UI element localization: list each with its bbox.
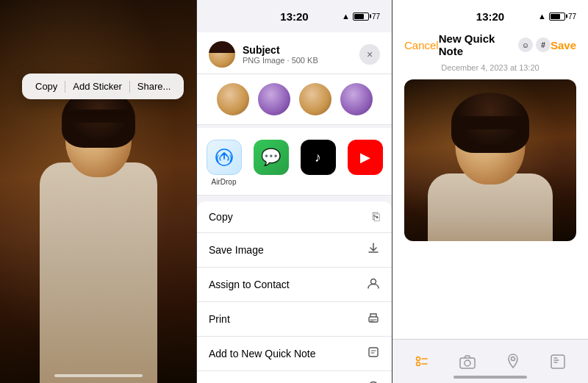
status-time: 13:20 <box>280 10 308 23</box>
sender-subtitle: PNG Image · 500 KB <box>243 56 352 65</box>
action-quick-note-label: Add to New Quick Note <box>209 348 316 359</box>
p3-status-bar: 13:20 ▲ 77 <box>392 0 588 32</box>
save-button[interactable]: Save <box>551 39 576 51</box>
camera-icon[interactable] <box>459 353 476 371</box>
contact-3[interactable] <box>299 83 331 115</box>
action-assign-contact[interactable]: Assign to Contact <box>197 268 392 302</box>
contact-4[interactable] <box>340 83 373 115</box>
panel-quick-note: 13:20 ▲ 77 Cancel New Quick Note ☺ # Sav… <box>392 0 588 383</box>
woman-figure <box>25 74 172 383</box>
woman-body <box>40 162 157 383</box>
panel-photo: Copy Add Sticker Share... <box>0 0 196 383</box>
context-menu-divider2 <box>129 81 130 93</box>
panel-share-sheet: 13:20 ▲ 77 Subject PNG Image · 500 KB × <box>196 0 392 383</box>
action-shared-album[interactable]: Add to Shared Album <box>197 371 392 383</box>
tag-icon[interactable]: # <box>536 37 551 52</box>
smiley-icon[interactable]: ☺ <box>518 37 533 52</box>
share-icon[interactable] <box>549 353 567 371</box>
battery-icon <box>353 12 369 21</box>
p3-battery-fill <box>551 14 561 19</box>
youtube-icon: ▶ <box>348 140 383 175</box>
action-print[interactable]: Print <box>197 302 392 337</box>
wifi-icon: ▲ <box>342 12 350 21</box>
app-messages[interactable]: 💬 <box>254 140 289 186</box>
action-copy-icon: ⎘ <box>373 210 380 223</box>
action-save-image[interactable]: Save Image <box>197 233 392 268</box>
action-save-icon <box>367 242 380 258</box>
action-copy[interactable]: Copy ⎘ <box>197 201 392 233</box>
p3-title-icons: ☺ # <box>518 37 551 52</box>
note-woman-band <box>453 116 528 129</box>
action-shared-album-icon <box>367 380 380 383</box>
contact-1[interactable] <box>217 83 249 115</box>
action-quick-note-icon <box>367 346 380 362</box>
sender-info: Subject PNG Image · 500 KB <box>243 44 352 65</box>
sender-name: Subject <box>243 44 352 56</box>
context-menu-add-sticker[interactable]: Add Sticker <box>68 79 126 93</box>
woman-hair-band <box>63 110 134 123</box>
location-icon[interactable] <box>504 353 522 371</box>
share-sheet: Subject PNG Image · 500 KB × <box>197 32 392 383</box>
svg-rect-3 <box>369 348 378 357</box>
svg-point-6 <box>416 357 420 360</box>
p3-status-icons: ▲ 77 <box>538 12 576 21</box>
action-copy-label: Copy <box>209 211 233 223</box>
contacts-row <box>197 74 392 125</box>
home-indicator2 <box>453 376 527 379</box>
status-icons: ▲ 77 <box>342 12 380 21</box>
action-save-image-label: Save Image <box>209 244 264 256</box>
svg-point-10 <box>511 357 514 360</box>
note-date: December 4, 2023 at 13:20 <box>392 63 588 79</box>
p3-battery-percent: 77 <box>568 12 576 21</box>
photo-overlay <box>0 0 196 383</box>
app-airdrop[interactable]: AirDrop <box>207 140 242 186</box>
apps-row: AirDrop 💬 ♪ ▶ <box>197 128 392 196</box>
checklist-icon[interactable] <box>414 353 431 371</box>
share-header: Subject PNG Image · 500 KB × <box>197 32 392 74</box>
action-quick-note[interactable]: Add to New Quick Note <box>197 337 392 371</box>
messages-icon: 💬 <box>254 140 289 175</box>
share-sender: Subject PNG Image · 500 KB × <box>209 41 380 68</box>
context-menu-divider <box>65 81 65 93</box>
context-menu-share[interactable]: Share... <box>133 79 176 93</box>
app-tiktok[interactable]: ♪ <box>301 140 336 186</box>
contact-2[interactable] <box>258 83 290 115</box>
action-print-label: Print <box>209 313 230 325</box>
action-list: Copy ⎘ Save Image Assign to Contact <box>197 201 392 383</box>
action-print-icon <box>367 311 380 327</box>
airdrop-icon <box>207 140 242 175</box>
battery-tip <box>370 15 371 18</box>
svg-rect-11 <box>551 355 564 368</box>
cancel-button[interactable]: Cancel <box>404 39 439 51</box>
p3-battery-tip <box>566 15 567 18</box>
svg-point-9 <box>465 360 470 366</box>
note-image <box>404 79 576 241</box>
context-menu: Copy Add Sticker Share... <box>22 74 184 99</box>
p3-status-time: 13:20 <box>476 10 504 23</box>
status-bar: 13:20 ▲ 77 <box>197 0 392 32</box>
p3-title-wrap: New Quick Note ☺ # <box>439 32 551 57</box>
app-youtube[interactable]: ▶ <box>348 140 383 186</box>
svg-point-7 <box>416 362 420 365</box>
sender-avatar <box>209 41 235 68</box>
battery-percent: 77 <box>372 12 380 21</box>
page-title: New Quick Note <box>439 32 514 57</box>
p3-navbar: Cancel New Quick Note ☺ # Save <box>392 32 588 63</box>
tiktok-icon: ♪ <box>301 140 336 175</box>
home-indicator <box>54 374 143 377</box>
avatar-hair <box>209 41 235 53</box>
p3-battery-icon <box>549 12 565 21</box>
svg-rect-8 <box>460 358 475 368</box>
action-assign-icon <box>367 276 380 293</box>
svg-point-1 <box>371 279 376 284</box>
context-menu-copy[interactable]: Copy <box>31 79 62 93</box>
battery-fill <box>354 14 365 19</box>
p3-wifi-icon: ▲ <box>538 12 546 21</box>
action-assign-label: Assign to Contact <box>209 279 290 290</box>
airdrop-label: AirDrop <box>212 178 237 186</box>
share-close-button[interactable]: × <box>359 44 380 65</box>
